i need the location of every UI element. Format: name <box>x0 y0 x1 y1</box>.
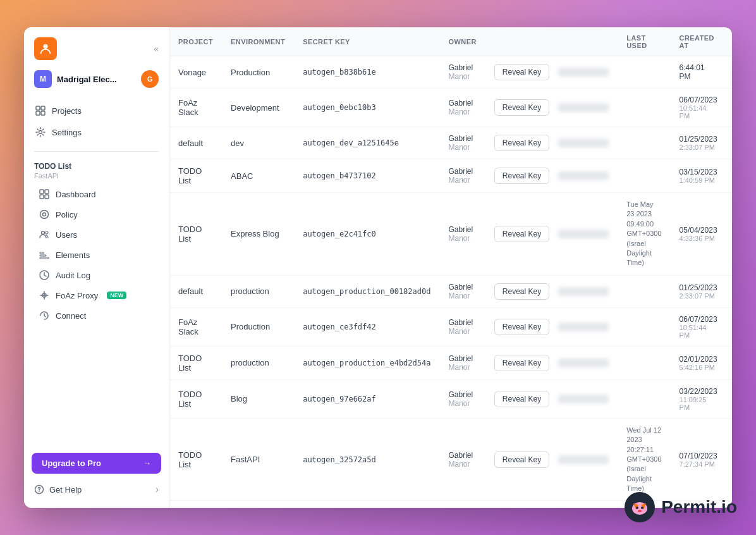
cell-secret-key: autogen_0ebc10b3 <box>294 89 439 127</box>
get-help-row[interactable]: Get Help › <box>32 479 161 500</box>
cell-project: TODO List <box>169 159 222 193</box>
reveal-key-button[interactable]: Reveal Key <box>494 391 549 407</box>
reveal-key-button[interactable]: Reveal Key <box>494 64 549 80</box>
cell-reveal[interactable]: Reveal Key <box>485 275 618 307</box>
cell-actions[interactable]: ⋮ <box>726 159 732 193</box>
permit-logo-icon <box>625 492 655 522</box>
svg-rect-7 <box>45 190 49 194</box>
svg-rect-14 <box>40 252 44 254</box>
sidebar-item-policy[interactable]: Policy <box>34 205 159 224</box>
cell-secret-key: autogen_production_e4bd2d54a <box>294 346 439 379</box>
sidebar-bottom: Upgrade to Pro → Get Help › <box>24 445 169 508</box>
cell-environment: dev <box>222 501 294 508</box>
dashboard-icon <box>39 189 49 199</box>
cell-actions[interactable]: ⋮ <box>726 56 732 89</box>
cell-project: TODO List <box>169 418 222 501</box>
reveal-key-button[interactable]: Reveal Key <box>494 226 549 242</box>
sidebar-item-elements[interactable]: Elements <box>34 245 159 264</box>
svg-rect-9 <box>45 195 49 199</box>
cell-reveal[interactable]: Reveal Key <box>485 418 618 501</box>
col-secret-key: Secret Key <box>294 28 439 56</box>
cell-actions[interactable]: ⋮ <box>726 418 732 501</box>
sidebar-item-settings[interactable]: Settings <box>29 122 164 142</box>
cell-reveal[interactable]: Reveal Key <box>485 346 618 379</box>
cell-created-at: 02/01/20235:42:16 PM <box>671 346 726 379</box>
workspace-row: M Madrigal Elec... G <box>24 65 169 93</box>
cell-last-used <box>618 159 670 193</box>
sidebar-item-audit-log[interactable]: Audit Log <box>34 266 159 285</box>
sidebar-item-projects[interactable]: Projects <box>29 101 164 121</box>
cell-reveal[interactable]: Reveal Key <box>485 193 618 276</box>
reveal-key-button[interactable]: Reveal Key <box>494 283 549 300</box>
cell-environment: dev <box>222 127 294 159</box>
blurred-key <box>558 230 609 238</box>
cell-actions[interactable]: ⋮ <box>726 89 732 127</box>
reveal-key-button[interactable]: Reveal Key <box>494 99 549 116</box>
svg-point-25 <box>641 507 643 509</box>
sidebar-item-connect[interactable]: Connect <box>34 306 159 325</box>
cell-reveal[interactable]: Reveal Key <box>485 89 618 127</box>
blurred-key <box>558 103 609 112</box>
col-environment: Environment <box>222 28 294 56</box>
get-help-label: Get Help <box>49 485 82 495</box>
svg-rect-4 <box>41 111 45 115</box>
cell-reveal[interactable]: Reveal Key <box>485 379 618 418</box>
upgrade-to-pro-button[interactable]: Upgrade to Pro → <box>32 453 161 474</box>
cell-project: default <box>169 127 222 159</box>
reveal-key-button[interactable]: Reveal Key <box>494 168 549 184</box>
blurred-key <box>558 171 609 180</box>
svg-point-5 <box>39 131 42 134</box>
foaz-proxy-label: FoAz Proxy <box>56 291 98 300</box>
cell-actions[interactable]: ⋮ <box>726 346 732 379</box>
reveal-key-button[interactable]: Reveal Key <box>494 135 549 151</box>
cell-owner: GabrielManor <box>439 56 485 89</box>
svg-point-12 <box>42 231 45 235</box>
sidebar-item-users[interactable]: Users <box>34 225 159 244</box>
cell-owner: GabrielManor <box>439 501 485 508</box>
policy-icon <box>39 209 49 219</box>
cell-actions[interactable]: ⋮ <box>726 307 732 346</box>
cell-actions[interactable]: ⋮ <box>726 275 732 307</box>
table-container[interactable]: Project Environment Secret Key Owner Las… <box>169 27 732 508</box>
reveal-key-button[interactable]: Reveal Key <box>494 452 549 468</box>
audit-log-label: Audit Log <box>56 271 90 280</box>
cell-actions[interactable]: ⋮ <box>726 127 732 159</box>
col-reveal <box>485 28 618 56</box>
cell-owner: GabrielManor <box>439 307 485 346</box>
sidebar-collapse-button[interactable]: « <box>154 44 159 54</box>
permit-brand-text: Permit.io <box>661 497 737 517</box>
cell-actions[interactable]: ⋮ <box>726 193 732 276</box>
table-row: TODO ListABACautogen_b4737102GabrielMano… <box>169 159 732 193</box>
projects-label: Projects <box>52 106 82 116</box>
new-badge: NEW <box>107 292 126 299</box>
cell-owner: GabrielManor <box>439 275 485 307</box>
cell-reveal[interactable]: Reveal Key <box>485 127 618 159</box>
sidebar-item-foaz-proxy[interactable]: FoAz Proxy NEW <box>34 286 159 305</box>
svg-rect-15 <box>40 255 46 256</box>
sidebar: « M Madrigal Elec... G Projects <box>24 27 169 508</box>
policy-label: Policy <box>56 210 78 219</box>
elements-label: Elements <box>56 250 90 260</box>
reveal-key-button[interactable]: Reveal Key <box>494 319 549 335</box>
settings-label: Settings <box>52 128 82 137</box>
cell-project: FoAz Slack <box>169 89 222 127</box>
users-label: Users <box>56 230 77 240</box>
reveal-key-button[interactable]: Reveal Key <box>494 355 549 371</box>
blurred-key <box>558 138 609 147</box>
cell-reveal[interactable]: Reveal Key <box>485 159 618 193</box>
cell-created-at: 06/07/202310:51:44 PM <box>671 307 726 346</box>
cell-last-used <box>618 346 670 379</box>
cell-created-at: 01/25/20232:33:07 PM <box>671 127 726 159</box>
cell-reveal[interactable]: Reveal Key <box>485 307 618 346</box>
cell-secret-key: autogen_ce3fdf42 <box>294 307 439 346</box>
col-project: Project <box>169 28 222 56</box>
cell-created-at: 03/15/20231:40:59 PM <box>671 159 726 193</box>
blurred-key <box>558 287 609 296</box>
cell-actions[interactable]: ⋮ <box>726 379 732 418</box>
cell-owner: GabrielManor <box>439 127 485 159</box>
cell-reveal[interactable]: Reveal Key <box>485 501 618 508</box>
col-last-used: Last Used <box>618 28 670 56</box>
cell-reveal[interactable]: Reveal Key <box>485 56 618 89</box>
sidebar-item-dashboard[interactable]: Dashboard <box>34 185 159 204</box>
cell-last-used <box>618 307 670 346</box>
